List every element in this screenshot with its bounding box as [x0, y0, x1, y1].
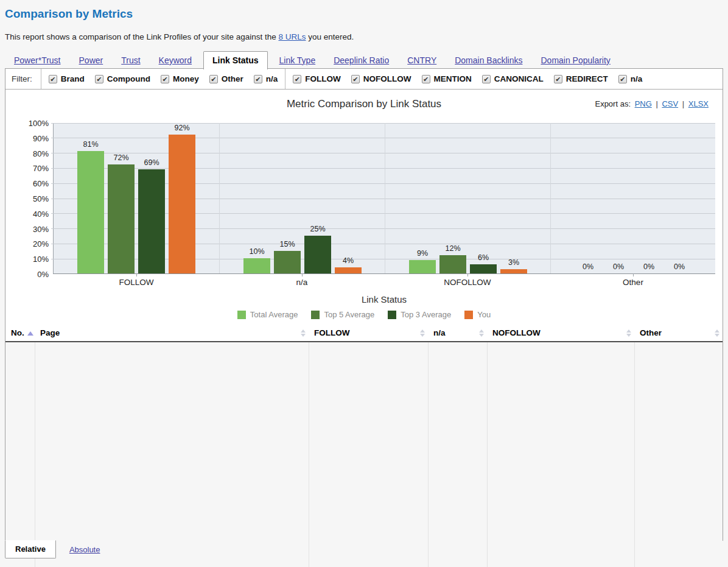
column-header-nofollow[interactable]: NOFOLLOW [487, 325, 634, 342]
filter-checkbox-label: n/a [631, 74, 643, 83]
filter-checkbox-canonical[interactable]: ✔CANONICAL [482, 74, 544, 83]
x-tick [467, 273, 468, 276]
x-category-label: n/a [219, 278, 385, 287]
legend-item-top-3-average: Top 3 Average [388, 310, 451, 319]
description-text-suffix: you entered. [306, 32, 354, 41]
export-controls: Export as: PNG | CSV | XLSX [595, 99, 710, 108]
row-number-cell: 1 [5, 342, 35, 567]
bar-you-n-a [335, 267, 362, 273]
y-tick-label: 60% [33, 179, 49, 188]
tab-domain-popularity[interactable]: Domain Popularity [539, 53, 611, 69]
filter-checkbox-redirect[interactable]: ✔REDIRECT [554, 74, 608, 83]
chart-legend: Total AverageTop 5 AverageTop 3 AverageY… [5, 310, 723, 319]
sort-icon[interactable] [301, 329, 306, 337]
legend-swatch [464, 311, 473, 319]
filter-checkbox-follow[interactable]: ✔FOLLOW [293, 74, 340, 83]
tab-power-trust[interactable]: Power*Trust [13, 53, 62, 69]
filter-checkbox-brand[interactable]: ✔Brand [49, 74, 85, 83]
filter-checkbox-nofollow[interactable]: ✔NOFOLLOW [351, 74, 411, 83]
table-row: 1http://www.webjet.com.au/98%0%2%0% [5, 342, 723, 567]
column-header-follow[interactable]: FOLLOW [309, 325, 428, 342]
checkbox-checked-icon: ✔ [422, 75, 430, 83]
column-header-page[interactable]: Page [35, 325, 309, 342]
sort-icon[interactable] [626, 329, 631, 337]
sort-icon[interactable] [420, 329, 425, 337]
legend-item-you: You [464, 310, 491, 319]
bar-group-follow: 81%72%69%92% [54, 123, 219, 273]
x-tick [136, 273, 137, 276]
value-cell: 0% [634, 342, 723, 567]
sort-up-icon [626, 329, 631, 333]
page-title: Comparison by Metrics [5, 7, 133, 21]
report-description: This report shows a comparison of the Li… [5, 32, 354, 41]
x-tick [302, 273, 303, 276]
bar-value-label: 12% [435, 244, 471, 253]
value-cell: 2% [487, 342, 634, 567]
bottom-tab-relative[interactable]: Relative [5, 540, 56, 558]
bar-value-label: 10% [239, 247, 275, 256]
checkbox-checked-icon: ✔ [49, 75, 57, 83]
bar-total-average-follow [77, 151, 104, 273]
tab-keyword[interactable]: Keyword [158, 53, 193, 69]
sort-icon[interactable] [479, 329, 484, 337]
checkbox-checked-icon: ✔ [161, 75, 169, 83]
bar-value-label: 25% [299, 225, 336, 233]
y-tick-label: 100% [29, 119, 49, 128]
x-category-label: NOFOLLOW [385, 278, 550, 287]
checkbox-checked-icon: ✔ [482, 75, 491, 83]
column-header-no[interactable]: No. [5, 325, 35, 342]
sort-ascending-icon [27, 331, 33, 336]
sort-down-icon [479, 334, 484, 337]
bottom-tab-absolute[interactable]: Absolute [69, 545, 100, 554]
export-xlsx-link[interactable]: XLSX [688, 99, 709, 108]
x-category-label: Other [550, 278, 716, 287]
bar-group-n-a: 10%15%25%4% [219, 123, 385, 273]
filter-checkbox-mention[interactable]: ✔MENTION [422, 74, 472, 83]
sort-icon[interactable] [715, 329, 719, 337]
filter-checkbox-n-a[interactable]: ✔n/a [254, 74, 278, 83]
bar-total-average-n-a [243, 258, 270, 273]
filter-checkbox-n-a[interactable]: ✔n/a [618, 74, 643, 83]
checkbox-checked-icon: ✔ [618, 75, 627, 83]
tab-trust[interactable]: Trust [120, 53, 141, 69]
filter-checkbox-other[interactable]: ✔Other [209, 74, 243, 83]
tab-domain-backlinks[interactable]: Domain Backlinks [453, 53, 523, 69]
bar-top-3-average-nofollow [470, 264, 497, 273]
filter-bar: Filter: ✔Brand✔Compound✔Money✔Other✔n/a … [5, 69, 723, 90]
y-tick-label: 10% [33, 255, 49, 264]
filter-checkbox-label: MENTION [434, 74, 472, 83]
value-cell: 0% [428, 342, 487, 567]
urls-link[interactable]: 8 URLs [278, 32, 306, 41]
report-page: Comparison by Metrics This report shows … [0, 0, 728, 567]
filter-group-link-types: ✔Brand✔Compound✔Money✔Other✔n/a [41, 69, 285, 89]
column-header-other[interactable]: Other [634, 325, 723, 342]
sort-up-icon [479, 329, 484, 333]
tab-deeplink-ratio[interactable]: Deeplink Ratio [332, 53, 390, 69]
main-panel: Filter: ✔Brand✔Compound✔Money✔Other✔n/a … [5, 68, 723, 541]
checkbox-checked-icon: ✔ [254, 75, 262, 83]
tab-link-type[interactable]: Link Type [278, 53, 317, 69]
sort-down-icon [626, 334, 631, 337]
filter-checkbox-label: Brand [61, 74, 85, 83]
bar-value-label: 3% [495, 258, 532, 267]
y-tick-label: 50% [33, 194, 49, 203]
table-header-row: No.PageFOLLOWn/aNOFOLLOWOther [5, 325, 723, 342]
column-header-label: n/a [433, 328, 446, 337]
divider: | [654, 99, 660, 108]
filter-checkbox-money[interactable]: ✔Money [161, 74, 199, 83]
tab-link-status[interactable]: Link Status [203, 51, 267, 69]
legend-item-top-5-average: Top 5 Average [311, 310, 374, 319]
export-png-link[interactable]: PNG [635, 99, 652, 108]
column-header-label: Other [640, 328, 662, 337]
bar-value-label: 69% [133, 158, 170, 167]
y-tick-label: 0% [37, 270, 49, 279]
column-header-n-a[interactable]: n/a [428, 325, 487, 342]
export-csv-link[interactable]: CSV [662, 99, 678, 108]
tab-power[interactable]: Power [78, 53, 105, 69]
tab-cntry[interactable]: CNTRY [406, 53, 438, 69]
sort-up-icon [715, 329, 719, 333]
filter-checkbox-compound[interactable]: ✔Compound [95, 74, 150, 83]
checkbox-checked-icon: ✔ [554, 75, 562, 83]
sort-down-icon [301, 334, 306, 337]
legend-label: Top 3 Average [401, 310, 451, 319]
